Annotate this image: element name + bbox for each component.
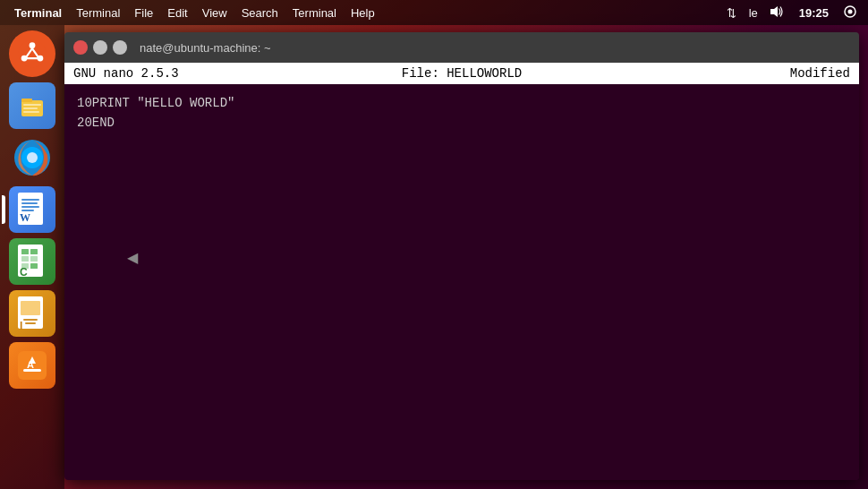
power-icon[interactable] (839, 3, 861, 23)
svg-rect-17 (21, 199, 39, 201)
terminal-title: nate@ubuntu-machine: ~ (140, 41, 271, 55)
nano-header: GNU nano 2.5.3 File: HELLOWORLD Modified (64, 63, 859, 84)
terminal-titlebar: nate@ubuntu-machine: ~ (64, 32, 859, 63)
svg-rect-26 (30, 256, 38, 262)
launcher-item-lo-calc[interactable]: C (9, 238, 55, 285)
volume-tray-icon[interactable] (767, 4, 788, 22)
top-bar: Terminal Terminal File Edit View Search … (0, 0, 868, 25)
menu-help[interactable]: Help (344, 4, 382, 21)
launcher-item-files[interactable] (9, 82, 55, 129)
terminal-body[interactable]: GNU nano 2.5.3 File: HELLOWORLD Modified… (64, 63, 859, 480)
launcher-sidebar: W C I (0, 25, 64, 489)
menu-terminal[interactable]: Terminal (69, 4, 127, 21)
svg-rect-9 (23, 104, 41, 106)
system-clock[interactable]: 19:25 (794, 4, 834, 21)
svg-rect-28 (30, 263, 38, 269)
svg-marker-0 (770, 6, 778, 17)
menu-view[interactable]: View (195, 4, 234, 21)
nano-line-2: 20END (77, 113, 847, 133)
svg-text:A: A (27, 359, 34, 370)
svg-rect-18 (21, 202, 38, 204)
svg-point-2 (848, 9, 853, 13)
svg-rect-24 (30, 249, 38, 254)
scroll-arrow-icon: ◀ (127, 249, 138, 266)
svg-rect-32 (23, 319, 38, 321)
window-minimize-button[interactable] (93, 40, 107, 55)
nano-version-label: GNU nano 2.5.3 (73, 66, 332, 81)
launcher-item-firefox[interactable] (9, 134, 55, 181)
terminal-window: nate@ubuntu-machine: ~ GNU nano 2.5.3 Fi… (64, 32, 859, 480)
launcher-item-lo-writer[interactable]: W (9, 186, 55, 233)
svg-text:I: I (20, 320, 22, 331)
svg-rect-25 (21, 256, 29, 262)
svg-rect-31 (21, 301, 40, 315)
sort-tray-icon[interactable]: ⇅ (723, 4, 740, 21)
nano-content[interactable]: 10PRINT "HELLO WORLD" 20END (64, 84, 859, 480)
launcher-item-app-store[interactable]: A (9, 342, 55, 389)
svg-rect-11 (23, 111, 39, 113)
menu-bar: Terminal Terminal File Edit View Search … (7, 4, 723, 21)
window-maximize-button[interactable] (113, 40, 127, 55)
menu-file[interactable]: File (127, 4, 160, 21)
svg-point-4 (30, 42, 36, 48)
svg-rect-33 (25, 322, 36, 324)
nano-file-label: File: HELLOWORLD (332, 66, 591, 81)
menu-edit[interactable]: Edit (160, 4, 194, 21)
system-tray: ⇅ le 19:25 (723, 3, 861, 23)
svg-text:C: C (20, 266, 28, 279)
svg-rect-8 (21, 99, 32, 102)
svg-rect-19 (21, 206, 39, 208)
launcher-item-lo-impress[interactable]: I (9, 290, 55, 337)
svg-point-14 (27, 152, 38, 163)
svg-text:W: W (20, 211, 30, 224)
main-area: ◀ nate@ubuntu-machine: ~ GNU nano 2.5.3 … (64, 25, 868, 489)
window-close-button[interactable] (73, 40, 88, 55)
keyboard-tray-icon[interactable]: le (745, 4, 762, 21)
svg-rect-10 (23, 107, 38, 109)
launcher-item-ubuntu[interactable] (9, 30, 55, 77)
menu-terminal2[interactable]: Terminal (285, 4, 344, 21)
nano-status-label: Modified (591, 66, 850, 81)
svg-rect-23 (21, 249, 29, 254)
menu-app-name[interactable]: Terminal (7, 4, 69, 21)
nano-line-1: 10PRINT "HELLO WORLD" (77, 93, 847, 113)
menu-search[interactable]: Search (234, 4, 285, 21)
desktop: W C I (0, 25, 868, 489)
